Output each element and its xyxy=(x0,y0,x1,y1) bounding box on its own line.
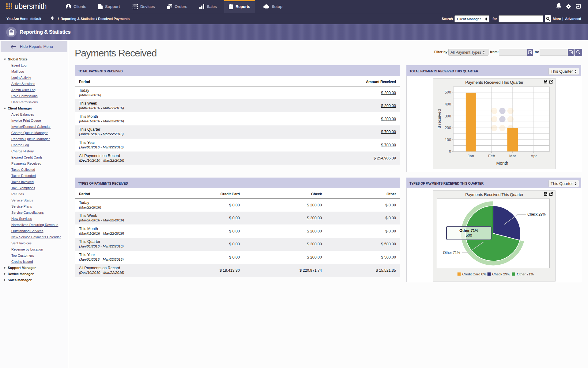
svg-text:Other 71%: Other 71% xyxy=(443,251,460,255)
svg-text:0: 0 xyxy=(449,149,451,154)
svg-text:Month: Month xyxy=(496,161,508,166)
svg-text:Check 29%: Check 29% xyxy=(527,212,546,217)
svg-text:Mar: Mar xyxy=(509,154,516,158)
svg-text:100: 100 xyxy=(445,138,451,142)
svg-text:Jan: Jan xyxy=(468,154,474,158)
svg-text:Credit Card 0%: Credit Card 0% xyxy=(462,272,487,276)
svg-text:Feb: Feb xyxy=(488,154,495,158)
svg-text:Apr: Apr xyxy=(531,154,537,158)
svg-text:Check 29%: Check 29% xyxy=(492,272,510,276)
svg-text:Other 71%: Other 71% xyxy=(517,272,534,276)
svg-text:400: 400 xyxy=(445,102,451,106)
svg-text:200: 200 xyxy=(445,126,451,130)
svg-text:Payments Received This Quarter: Payments Received This Quarter xyxy=(465,192,523,197)
svg-text:500: 500 xyxy=(445,90,451,94)
svg-text:Payments Received This Quarter: Payments Received This Quarter xyxy=(465,80,523,85)
svg-text:300: 300 xyxy=(445,114,451,118)
svg-text:$ received: $ received xyxy=(437,109,442,128)
